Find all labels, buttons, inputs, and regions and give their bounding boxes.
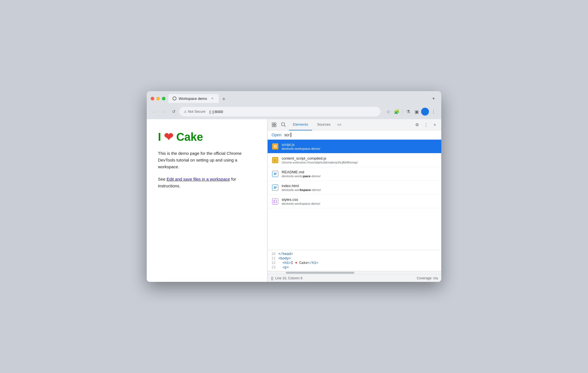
file-path-readme: devtools-workspace-demo/ (282, 174, 321, 178)
file-item-styles-css[interactable]: styles.css devtools-workspace-demo/ (268, 195, 441, 208)
profile-icon[interactable]: 👤 (421, 108, 429, 116)
file-item-script-js[interactable]: {} script.js devtools-workspace-demo/ (268, 140, 441, 153)
page-content: I ❤ Cake This is the demo page for the o… (147, 119, 267, 282)
quick-open-bar: Open scr (268, 130, 441, 140)
warning-icon: ⚠ (184, 110, 187, 114)
svg-rect-0 (272, 123, 274, 125)
file-info-styles-css: styles.css devtools-workspace-demo/ (282, 197, 320, 205)
tab-bar-right: ▾ (429, 95, 437, 102)
address-bar[interactable]: ⚠ Not Secure [::]:8000 (179, 107, 380, 116)
code-line-12: 12 <h1>I ♥ Cake</h1> (268, 261, 441, 265)
reload-button[interactable]: ↺ (170, 108, 178, 116)
new-tab-button[interactable]: + (220, 95, 228, 103)
code-line-10: 10 </head> (268, 252, 441, 256)
file-info-readme: README.md devtools-workspace-demo/ (282, 170, 321, 178)
paragraph2-prefix: See (158, 177, 167, 181)
code-lines-area: 10 </head> 11 <body> 12 <h1>I ♥ Cake</h1… (268, 250, 441, 271)
devtools-panel: Elements Sources >> ⚙ ⋮ × Open scr (267, 119, 441, 282)
heading-i: I (158, 131, 161, 143)
devtools-toolbar: Elements Sources >> ⚙ ⋮ × (268, 119, 441, 130)
devtools-statusbar: {} Line 16, Column 6 Coverage: n/a (268, 274, 441, 282)
bookmark-icon[interactable]: ☆ (384, 108, 392, 116)
globe-icon (173, 96, 176, 100)
browser-content: I ❤ Cake This is the demo page for the o… (147, 119, 441, 282)
minimize-traffic-light[interactable] (156, 97, 160, 100)
format-icon[interactable]: {} (271, 276, 274, 280)
not-secure-label: Not Secure (188, 110, 206, 114)
heading-heart: ❤ (164, 130, 173, 143)
file-item-readme[interactable]: README.md devtools-workspace-demo/ (268, 167, 441, 181)
tab-elements[interactable]: Elements (289, 119, 312, 130)
text-cursor (291, 133, 291, 137)
file-icon-script-js: {} (272, 143, 278, 149)
title-bar: Workspace demo × + ▾ (147, 91, 441, 105)
quick-open-input[interactable]: Open scr (272, 133, 437, 137)
devtools-toolbar-right: ⚙ ⋮ × (413, 121, 439, 129)
workspace-link[interactable]: Edit and save files in a workspace (167, 177, 230, 181)
inspect-element-icon[interactable] (279, 121, 288, 129)
browser-window: Workspace demo × + ▾ ← → ↺ ⚠ Not Secure … (147, 91, 441, 282)
file-list: {} script.js devtools-workspace-demo/ {} (268, 140, 441, 250)
file-item-content-script[interactable]: {} content_script_compiled.js chrome-ext… (268, 153, 441, 167)
file-name-content-script: content_script_compiled.js (282, 156, 358, 160)
toolbar-divider (402, 109, 403, 114)
code-view: 10 </head> 11 <body> 12 <h1>I ♥ Cake</h1… (268, 250, 441, 274)
tab-sources[interactable]: Sources (313, 119, 334, 130)
horizontal-scrollbar[interactable] (268, 271, 441, 274)
status-left: {} Line 16, Column 6 (271, 276, 302, 280)
svg-line-5 (284, 126, 286, 127)
back-button[interactable]: ← (151, 108, 159, 116)
file-name-styles-css: styles.css (282, 197, 320, 202)
tab-close-button[interactable]: × (210, 96, 215, 101)
svg-text:{}: {} (274, 145, 277, 148)
file-name-index-html: index.html (282, 184, 321, 188)
tab-bar: Workspace demo × + (168, 94, 427, 103)
select-element-icon[interactable] (270, 121, 278, 129)
code-line-13: 13 <p> (268, 265, 441, 270)
split-screen-icon[interactable]: ▣ (413, 108, 421, 116)
quick-open-text: scr (284, 133, 290, 137)
svg-text:{}: {} (274, 159, 277, 162)
file-name-readme: README.md (282, 170, 321, 174)
devtools-settings-icon[interactable]: ⚙ (413, 121, 421, 129)
maximize-traffic-light[interactable] (162, 97, 166, 100)
devtools-icon[interactable]: ⚗ (404, 108, 412, 116)
paragraph1: This is the demo page for the official C… (158, 150, 256, 170)
file-path-script-js: devtools-workspace-demo/ (282, 147, 320, 150)
not-secure-indicator: ⚠ Not Secure (184, 110, 207, 114)
file-info-index-html: index.html devtools-workspace-demo/ (282, 184, 321, 192)
forward-button[interactable]: → (160, 108, 168, 116)
svg-rect-4 (282, 123, 284, 126)
file-icon-content-script: {} (272, 157, 278, 163)
svg-rect-2 (272, 125, 274, 127)
heading-cake: Cake (176, 131, 203, 143)
file-name-script-js: script.js (282, 142, 320, 147)
address-bar-row: ← → ↺ ⚠ Not Secure [::]:8000 ☆ 🧩 ⚗ ▣ 👤 ⋮ (147, 105, 441, 119)
svg-rect-15 (274, 200, 277, 203)
paragraph2: See Edit and save files in a workspace f… (158, 176, 256, 189)
file-icon-index-html (272, 185, 278, 191)
devtools-more-icon[interactable]: ⋮ (422, 121, 430, 129)
svg-rect-1 (274, 123, 276, 125)
file-icon-styles-css (272, 198, 278, 204)
page-heading: I ❤ Cake (158, 130, 256, 143)
file-path-index-html: devtools-workspace-demo/ (282, 188, 321, 192)
menu-icon[interactable]: ⋮ (429, 108, 437, 116)
traffic-lights (151, 97, 166, 100)
tab-favicon (172, 96, 177, 101)
code-line-11: 11 <body> (268, 256, 441, 261)
file-icon-readme (272, 171, 278, 177)
devtools-close-icon[interactable]: × (431, 121, 439, 129)
tab-dropdown-button[interactable]: ▾ (429, 95, 437, 102)
file-item-index-html[interactable]: index.html devtools-workspace-demo/ (268, 181, 441, 195)
extensions-icon[interactable]: 🧩 (393, 108, 401, 116)
file-path-styles-css: devtools-workspace-demo/ (282, 202, 320, 205)
tab-title: Workspace demo (179, 96, 207, 101)
file-path-content-script: chrome-extension://noondiphcddnnabmjcihc… (282, 161, 358, 164)
close-traffic-light[interactable] (151, 97, 154, 100)
coverage-status: Coverage: n/a (417, 276, 438, 280)
more-tabs-button[interactable]: >> (336, 120, 343, 129)
title-bar-top: Workspace demo × + ▾ (151, 94, 437, 103)
active-tab[interactable]: Workspace demo × (168, 94, 219, 103)
svg-rect-3 (274, 125, 276, 127)
